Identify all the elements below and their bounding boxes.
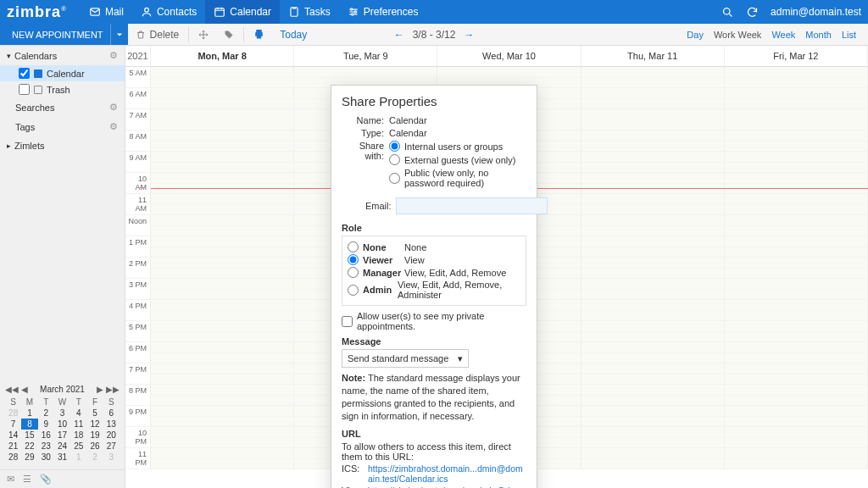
view-day[interactable]: Day xyxy=(687,30,704,40)
svg-point-7 xyxy=(724,8,731,14)
day-header[interactable]: Fri, Mar 12 xyxy=(725,46,868,66)
move-button[interactable] xyxy=(191,24,216,45)
gear-icon[interactable]: ⚙ xyxy=(109,50,118,61)
calendar-checkbox[interactable] xyxy=(19,68,30,79)
view-work-week[interactable]: Work Week xyxy=(714,30,761,40)
mail-icon xyxy=(89,6,101,18)
calendar-header: 2021 Mon, Mar 8 Tue, Mar 9 Wed, Mar 10 T… xyxy=(125,46,868,67)
chevron-down-icon: ▾ xyxy=(458,353,463,364)
calendar-icon xyxy=(214,6,225,18)
year-prev[interactable]: ◀◀ xyxy=(5,385,19,394)
year-next[interactable]: ▶▶ xyxy=(106,385,120,394)
contacts-icon xyxy=(141,6,153,18)
new-dropdown[interactable] xyxy=(111,24,128,45)
year-label: 2021 xyxy=(125,46,151,66)
date-range-nav: ← 3/8 - 3/12 → xyxy=(394,29,475,41)
month-next[interactable]: ▶ xyxy=(97,385,103,394)
day-header[interactable]: Thu, Mar 11 xyxy=(581,46,725,66)
role-admin-radio[interactable] xyxy=(348,285,359,296)
name-value: Calendar xyxy=(389,115,526,125)
contacts-icon[interactable]: ☰ xyxy=(23,474,31,485)
chevron-down-icon: ▾ xyxy=(7,52,11,60)
svg-rect-2 xyxy=(215,8,225,16)
logo: zimbra® xyxy=(7,3,67,21)
sidebar: ▾Calendars⚙ Calendar Trash Searches⚙ Tag… xyxy=(0,46,125,488)
prefs-icon xyxy=(348,6,359,18)
url-ics-link[interactable]: https://zimbrahost.domain...dmin@domain.… xyxy=(368,463,526,484)
trash-checkbox[interactable] xyxy=(19,84,30,95)
topnav: Mail Contacts Calendar Tasks Preferences xyxy=(81,0,426,24)
minical-grid[interactable]: SMTWTFS281234567891011121314151617181920… xyxy=(5,396,120,463)
toolbar: NEW APPOINTMENT Delete Today ← 3/8 - 3/1… xyxy=(0,24,868,46)
day-header[interactable]: Tue, Mar 9 xyxy=(294,46,437,66)
view-list[interactable]: List xyxy=(842,30,856,40)
sharewith-internal-radio[interactable] xyxy=(389,141,400,152)
user-menu[interactable]: admin@domain.test xyxy=(771,6,861,18)
move-icon xyxy=(198,30,209,40)
gear-icon[interactable]: ⚙ xyxy=(109,121,118,132)
private-appts-checkbox[interactable] xyxy=(342,316,353,327)
search-icon[interactable] xyxy=(721,6,734,19)
chevron-right-icon: ▸ xyxy=(7,141,11,150)
prev-range[interactable]: ← xyxy=(394,29,404,41)
day-header[interactable]: Wed, Mar 10 xyxy=(437,46,581,66)
sharewith-external-radio[interactable] xyxy=(389,154,400,165)
tag-button[interactable] xyxy=(216,24,242,45)
role-heading: Role xyxy=(342,223,526,233)
new-appointment-button[interactable]: NEW APPOINTMENT xyxy=(0,24,111,45)
role-none-radio[interactable] xyxy=(348,241,359,252)
calendar-color-icon xyxy=(34,69,42,78)
view-month[interactable]: Month xyxy=(805,30,832,40)
delete-button[interactable]: Delete xyxy=(128,24,187,45)
role-viewer-radio[interactable] xyxy=(348,254,359,265)
dialog-title: Share Properties xyxy=(331,86,537,115)
date-range: 3/8 - 3/12 xyxy=(413,29,456,41)
tasks-icon xyxy=(288,6,300,18)
mini-calendar: ◀◀◀ March 2021 ▶▶▶ SMTWTFS28123456789101… xyxy=(0,381,125,469)
role-box: NoneNone ViewerView ManagerView, Edit, A… xyxy=(342,236,526,306)
sidebar-item-calendar[interactable]: Calendar xyxy=(0,65,125,81)
email-label: Email: xyxy=(365,201,392,211)
nav-mail[interactable]: Mail xyxy=(81,0,132,24)
sharewith-public-radio[interactable] xyxy=(389,173,400,184)
minical-title: March 2021 xyxy=(40,385,85,394)
section-zimlets[interactable]: ▸Zimlets xyxy=(0,136,125,155)
view-switcher: Day Work Week Week Month List xyxy=(687,30,868,40)
trash-icon xyxy=(34,86,42,94)
section-calendars[interactable]: ▾Calendars⚙ xyxy=(0,46,125,65)
svg-point-5 xyxy=(354,11,356,13)
share-properties-dialog: Share Properties Name:Calendar Type:Cale… xyxy=(331,85,537,488)
name-label: Name: xyxy=(342,115,389,125)
nav-tasks[interactable]: Tasks xyxy=(280,0,339,24)
day-header[interactable]: Mon, Mar 8 xyxy=(151,46,294,66)
nav-calendar[interactable]: Calendar xyxy=(205,0,280,24)
type-value: Calendar xyxy=(389,128,526,138)
section-tags[interactable]: Tags⚙ xyxy=(0,117,125,136)
view-week[interactable]: Week xyxy=(771,30,795,40)
role-manager-radio[interactable] xyxy=(348,267,359,278)
chevron-down-icon xyxy=(116,31,123,38)
sidebar-item-trash[interactable]: Trash xyxy=(0,81,125,97)
svg-point-4 xyxy=(350,8,352,10)
print-button[interactable] xyxy=(246,24,272,45)
nav-prefs[interactable]: Preferences xyxy=(339,0,427,24)
email-input[interactable] xyxy=(396,197,548,214)
mail-icon[interactable]: ✉ xyxy=(7,474,14,485)
type-label: Type: xyxy=(342,128,389,138)
url-heading: URL xyxy=(342,429,526,439)
attach-icon[interactable]: 📎 xyxy=(40,474,52,485)
topbar: zimbra® Mail Contacts Calendar Tasks Pre… xyxy=(0,0,868,24)
section-searches[interactable]: Searches⚙ xyxy=(0,97,125,117)
print-icon xyxy=(253,29,264,40)
gear-icon[interactable]: ⚙ xyxy=(109,102,118,113)
message-select[interactable]: Send standard message▾ xyxy=(342,349,469,368)
trash-icon xyxy=(136,30,146,40)
month-prev[interactable]: ◀ xyxy=(21,385,28,394)
nav-contacts[interactable]: Contacts xyxy=(132,0,205,24)
tag-icon xyxy=(224,30,234,40)
refresh-icon[interactable] xyxy=(746,6,759,19)
message-note: Note: The standard message displays your… xyxy=(342,372,526,422)
svg-point-6 xyxy=(351,14,353,15)
today-button[interactable]: Today xyxy=(272,24,314,45)
next-range[interactable]: → xyxy=(464,29,474,41)
